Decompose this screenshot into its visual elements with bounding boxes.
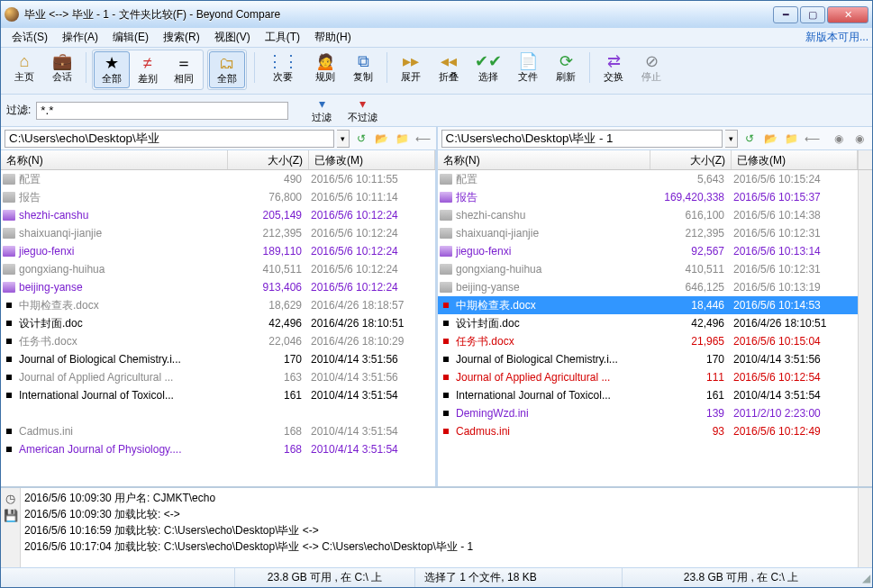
tool-home[interactable]: ⌂主页 xyxy=(6,50,42,86)
file-name: gongxiang-huihua xyxy=(456,263,541,276)
right-nav-next[interactable]: ◉ xyxy=(850,130,868,148)
menu-view[interactable]: 视图(V) xyxy=(207,28,258,47)
file-row[interactable]: shezhi-canshu616,1002016/5/6 10:14:38 xyxy=(438,206,858,224)
close-button[interactable]: ✕ xyxy=(827,6,868,23)
file-row[interactable]: 报告169,420,3382016/5/6 10:15:37 xyxy=(438,188,858,206)
file-row[interactable]: 任务书.docx21,9652016/5/6 10:15:04 xyxy=(438,332,858,350)
stop-icon: ⊘ xyxy=(645,52,659,70)
file-modified: 2016/4/26 18:18:57 xyxy=(307,299,433,312)
tool-structure-all[interactable]: 🗂全部 xyxy=(209,51,245,88)
menu-tools[interactable]: 工具(T) xyxy=(258,28,307,47)
left-back-button[interactable]: ⟵ xyxy=(414,130,432,148)
tool-rules[interactable]: 🙍规则 xyxy=(307,50,343,86)
file-row[interactable]: Journal of Applied Agricultural ...11120… xyxy=(438,368,858,386)
tool-session[interactable]: 💼会话 xyxy=(44,50,80,86)
file-row[interactable]: 任务书.docx22,0462016/4/26 18:10:29 xyxy=(1,332,435,350)
log-body[interactable]: 2016/5/6 10:09:30 用户名: CJMKT\echo2016/5/… xyxy=(21,488,858,567)
right-path-cell: ▾ ↺ 📂 📁 ⟵ ◉ ◉ xyxy=(436,127,873,149)
file-name: shezhi-canshu xyxy=(19,209,88,222)
tool-copy[interactable]: ⧉复制 xyxy=(345,50,381,86)
header-modified[interactable]: 已修改(M) xyxy=(309,150,435,169)
tool-files[interactable]: 📄文件 xyxy=(510,50,546,86)
tool-select[interactable]: ✔✔选择 xyxy=(468,50,508,86)
menu-edit[interactable]: 编辑(E) xyxy=(105,28,156,47)
new-version-link[interactable]: 新版本可用... xyxy=(805,30,868,45)
menu-help[interactable]: 帮助(H) xyxy=(307,28,359,47)
file-size: 170 xyxy=(649,353,730,366)
header-modified[interactable]: 已修改(M) xyxy=(732,150,858,169)
file-row[interactable]: Cadmus.ini1682010/4/14 3:51:54 xyxy=(1,422,435,440)
right-scrollbar[interactable] xyxy=(858,170,872,486)
resize-grip[interactable]: ◢ xyxy=(859,570,872,586)
file-row[interactable]: gongxiang-huihua410,5112016/5/6 10:12:24 xyxy=(1,260,435,278)
tool-minor[interactable]: ⋮⋮次要 xyxy=(260,50,305,86)
file-row[interactable]: 设计封面.doc42,4962016/4/26 18:10:51 xyxy=(438,314,858,332)
file-row[interactable]: International Journal of Toxicol...16120… xyxy=(438,386,858,404)
file-name: Journal of Biological Chemistry.i... xyxy=(456,353,618,366)
right-history-button[interactable]: ↺ xyxy=(741,130,759,148)
right-nav-prev[interactable]: ◉ xyxy=(830,130,848,148)
header-name[interactable]: 名称(N) xyxy=(1,150,228,169)
log-line: 2016/5/6 10:17:04 加载比较: C:\Users\echo\De… xyxy=(24,538,854,555)
left-path-input[interactable] xyxy=(5,130,334,148)
tool-expand[interactable]: ▸▸展开 xyxy=(393,50,429,86)
file-row[interactable]: Cadmus.ini932016/5/6 10:12:49 xyxy=(438,422,858,440)
file-row[interactable]: International Journal of Toxicol...16120… xyxy=(1,386,435,404)
title-bar[interactable]: 毕业 <--> 毕业 - 1 - 文件夹比较(F) - Beyond Compa… xyxy=(1,1,872,28)
minimize-button[interactable]: ━ xyxy=(773,6,798,23)
left-rows[interactable]: 配置4902016/5/6 10:11:55报告76,8002016/5/6 1… xyxy=(1,170,435,486)
compare-icon: ⋮⋮ xyxy=(267,52,299,70)
left-path-dropdown[interactable]: ▾ xyxy=(337,130,350,148)
header-size[interactable]: 大小(Z) xyxy=(228,150,309,169)
file-row[interactable]: 报告76,8002016/5/6 10:11:14 xyxy=(1,188,435,206)
right-up-button[interactable]: 📁 xyxy=(782,130,800,148)
tool-all[interactable]: ★全部 xyxy=(94,51,130,88)
file-row[interactable]: 配置4902016/5/6 10:11:55 xyxy=(1,170,435,188)
header-size[interactable]: 大小(Z) xyxy=(650,150,732,169)
file-row[interactable]: 中期检查表.docx18,6292016/4/26 18:18:57 xyxy=(1,296,435,314)
file-row[interactable]: beijing-yanse646,1252016/5/6 10:13:19 xyxy=(438,278,858,296)
file-modified: 2010/4/14 3:51:56 xyxy=(730,353,856,366)
filter-input[interactable] xyxy=(36,102,288,120)
file-row[interactable]: shaixuanqi-jianjie212,3952016/5/6 10:12:… xyxy=(1,224,435,242)
file-row[interactable]: gongxiang-huihua410,5112016/5/6 10:12:31 xyxy=(438,260,858,278)
right-path-dropdown[interactable]: ▾ xyxy=(725,130,738,148)
save-icon[interactable]: 💾 xyxy=(4,509,18,522)
tool-same[interactable]: ＝相同 xyxy=(166,51,202,88)
filter-clear-button[interactable]: ▾不过滤 xyxy=(342,96,383,124)
tool-swap[interactable]: ⇄交换 xyxy=(596,50,632,86)
tool-diff[interactable]: ≠差别 xyxy=(130,51,166,88)
log-scrollbar[interactable] xyxy=(858,488,872,567)
file-row[interactable]: American Journal of Physiology....168201… xyxy=(1,440,435,458)
tool-refresh[interactable]: ⟳刷新 xyxy=(548,50,584,86)
menu-search[interactable]: 搜索(R) xyxy=(156,28,207,47)
file-row[interactable]: 中期检查表.docx18,4462016/5/6 10:14:53 xyxy=(438,296,858,314)
left-up-button[interactable]: 📁 xyxy=(394,130,412,148)
file-row[interactable]: Journal of Biological Chemistry.i...1702… xyxy=(1,350,435,368)
file-row[interactable]: jieguo-fenxi189,1102016/5/6 10:12:24 xyxy=(1,242,435,260)
filter-apply-button[interactable]: ▾过滤 xyxy=(306,96,337,124)
tool-collapse[interactable]: ◂◂折叠 xyxy=(431,50,467,86)
file-row[interactable]: shezhi-canshu205,1492016/5/6 10:12:24 xyxy=(1,206,435,224)
right-back-button[interactable]: ⟵ xyxy=(803,130,821,148)
log-line: 2016/5/6 10:16:59 加载比较: C:\Users\echo\De… xyxy=(24,522,854,538)
left-browse-button[interactable]: 📂 xyxy=(373,130,391,148)
menu-actions[interactable]: 操作(A) xyxy=(55,28,105,47)
file-row[interactable]: 设计封面.doc42,4962016/4/26 18:10:51 xyxy=(1,314,435,332)
left-history-button[interactable]: ↺ xyxy=(352,130,370,148)
file-row[interactable]: Journal of Applied Agricultural ...16320… xyxy=(1,368,435,386)
menu-session[interactable]: 会话(S) xyxy=(5,28,55,47)
header-name[interactable]: 名称(N) xyxy=(438,150,650,169)
file-row[interactable]: 配置5,6432016/5/6 10:15:24 xyxy=(438,170,858,188)
right-rows[interactable]: 配置5,6432016/5/6 10:15:24报告169,420,338201… xyxy=(438,170,858,486)
maximize-button[interactable]: ▢ xyxy=(800,6,825,23)
file-row[interactable]: beijing-yanse913,4062016/5/6 10:12:24 xyxy=(1,278,435,296)
log-pane: ◷ 💾 2016/5/6 10:09:30 用户名: CJMKT\echo201… xyxy=(1,486,872,567)
file-row[interactable] xyxy=(1,404,435,422)
right-path-input[interactable] xyxy=(441,130,723,148)
file-row[interactable]: shaixuanqi-jianjie212,3952016/5/6 10:12:… xyxy=(438,224,858,242)
file-row[interactable]: jieguo-fenxi92,5672016/5/6 10:13:14 xyxy=(438,242,858,260)
file-row[interactable]: DemingWzd.ini1392011/2/10 2:23:00 xyxy=(438,404,858,422)
right-browse-button[interactable]: 📂 xyxy=(761,130,779,148)
file-row[interactable]: Journal of Biological Chemistry.i...1702… xyxy=(438,350,858,368)
